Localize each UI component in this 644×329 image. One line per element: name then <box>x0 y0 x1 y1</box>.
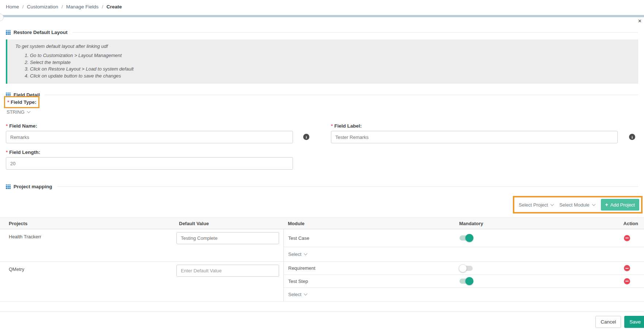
col-header-default-value: Default Value <box>176 221 283 226</box>
module-row: Test Case <box>284 229 644 247</box>
footer: Cancel Save <box>0 311 644 328</box>
mandatory-toggle[interactable] <box>460 235 473 241</box>
instruction-step: Click on Restore Layout > Load to system… <box>30 66 638 73</box>
required-asterisk: * <box>6 123 8 129</box>
toggle-knob <box>465 277 473 285</box>
required-asterisk: * <box>6 150 8 155</box>
table-header-row: Projects Default Value Module Mandatory … <box>0 218 644 229</box>
table-row: Health Trackerr Test Case Select <box>0 229 644 262</box>
instructions-intro: To get system default layout after linki… <box>15 44 638 49</box>
instruction-step: Go to Customization > Layout Management <box>30 52 638 59</box>
grid-icon <box>6 30 11 35</box>
default-value-input[interactable] <box>176 232 279 244</box>
module-select-row: Select <box>284 287 644 301</box>
toggle-knob <box>459 264 467 272</box>
highlight-box-field-type: *Field Type: <box>4 96 39 108</box>
cancel-button[interactable]: Cancel <box>595 316 621 328</box>
select-project-dropdown[interactable]: Select Project <box>519 202 553 208</box>
toggle-knob <box>465 234 473 242</box>
field-label-label: *Field Label: <box>331 123 362 129</box>
field-name-input[interactable] <box>6 131 293 143</box>
restore-layout-instructions: To get system default layout after linki… <box>6 39 638 84</box>
chevron-down-icon <box>304 252 308 256</box>
field-length-input[interactable] <box>6 157 293 170</box>
module-name: Requirement <box>284 265 455 271</box>
field-length-label: *Field Length: <box>6 150 40 155</box>
field-name-label: *Field Name: <box>6 123 37 129</box>
col-header-action: Action <box>617 221 644 226</box>
module-name: Test Step <box>284 279 455 284</box>
breadcrumb-separator: / <box>61 4 63 10</box>
breadcrumb-create: Create <box>106 4 122 10</box>
project-name: Health Trackerr <box>0 229 176 261</box>
col-header-module: Module <box>283 221 455 226</box>
table-row: QMetry Requirement Test Step <box>0 262 644 302</box>
chevron-down-icon <box>550 202 554 206</box>
project-mapping-table: Projects Default Value Module Mandatory … <box>0 218 644 302</box>
instruction-step: Select the template <box>30 59 638 66</box>
module-row: Requirement <box>284 262 644 275</box>
save-button[interactable]: Save <box>624 316 644 328</box>
section-restore-default-layout: Restore Default Layout <box>6 29 638 36</box>
field-type-label: *Field Type: <box>7 99 37 105</box>
breadcrumb-home[interactable]: Home <box>6 4 19 10</box>
default-value-input[interactable] <box>176 265 279 277</box>
remove-module-icon[interactable] <box>624 265 630 271</box>
chevron-down-icon <box>27 110 31 113</box>
instructions-list: Go to Customization > Layout Management … <box>30 52 638 79</box>
breadcrumb-separator: / <box>102 4 103 10</box>
field-type-value: STRING <box>7 109 24 115</box>
chevron-down-icon <box>592 202 595 206</box>
field-label-input[interactable] <box>331 131 618 143</box>
add-project-button[interactable]: + Add Project <box>601 199 639 211</box>
field-type-dropdown[interactable]: STRING <box>7 109 30 115</box>
close-icon[interactable]: ✕ <box>638 19 642 23</box>
required-asterisk: * <box>331 123 333 129</box>
plus-icon: + <box>605 202 608 208</box>
breadcrumb: Home / Customization / Manage Fields / C… <box>6 4 122 10</box>
module-select-dropdown[interactable]: Select <box>288 292 455 297</box>
section-title: Restore Default Layout <box>14 30 68 35</box>
col-header-mandatory: Mandatory <box>455 221 617 226</box>
module-select-dropdown[interactable]: Select <box>288 252 455 257</box>
chevron-down-icon <box>304 292 308 296</box>
section-title: Project mapping <box>14 184 52 189</box>
project-name: QMetry <box>0 262 176 301</box>
remove-module-icon[interactable] <box>624 235 630 241</box>
grid-icon <box>6 184 11 189</box>
instruction-step: Click on update button to save the chang… <box>30 73 638 80</box>
breadcrumb-customization[interactable]: Customization <box>27 4 58 10</box>
info-icon[interactable]: i <box>303 134 309 140</box>
col-header-projects: Projects <box>0 221 176 226</box>
top-divider-bar <box>0 15 644 17</box>
select-module-dropdown[interactable]: Select Module <box>559 202 595 208</box>
breadcrumb-manage-fields[interactable]: Manage Fields <box>66 4 99 10</box>
page: Home / Customization / Manage Fields / C… <box>0 0 644 329</box>
mandatory-toggle[interactable] <box>460 266 473 271</box>
highlight-box-add-project: Select Project Select Module + Add Proje… <box>513 196 643 213</box>
module-select-row: Select <box>284 247 644 261</box>
remove-module-icon[interactable] <box>624 278 630 284</box>
module-row: Test Step <box>284 275 644 287</box>
section-field-detail: Field Detail <box>6 91 638 98</box>
required-asterisk: * <box>7 99 9 105</box>
module-name: Test Case <box>284 235 455 241</box>
breadcrumb-separator: / <box>22 4 24 10</box>
mandatory-toggle[interactable] <box>460 279 473 284</box>
section-project-mapping: Project mapping <box>6 183 638 190</box>
info-icon[interactable]: i <box>629 134 635 140</box>
